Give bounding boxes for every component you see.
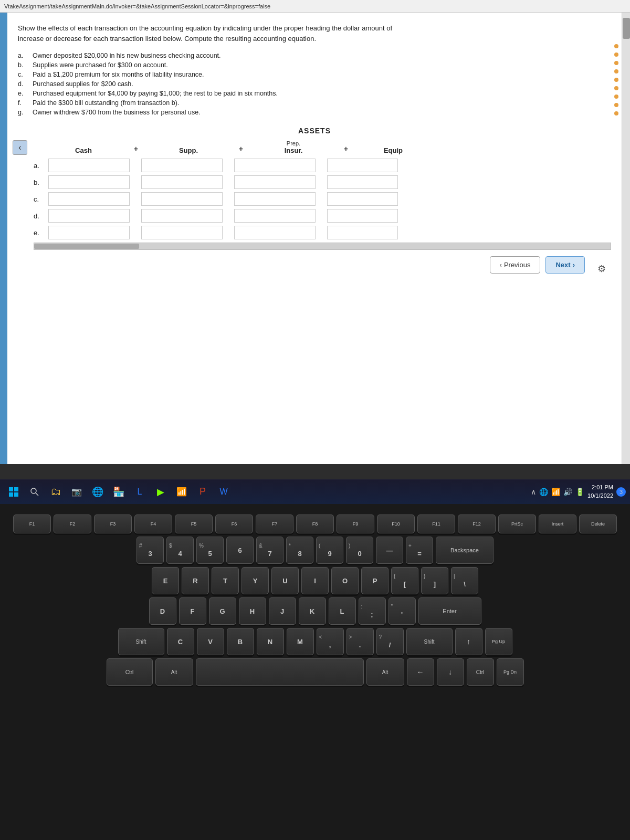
key-backspace[interactable]: Backspace xyxy=(436,537,494,564)
key-f10[interactable]: F10 xyxy=(377,514,415,533)
supp-input-d[interactable] xyxy=(141,209,223,223)
media-button[interactable]: ▶ xyxy=(151,482,170,501)
chevron-up-icon[interactable]: ∧ xyxy=(531,488,536,496)
key-k[interactable]: K xyxy=(299,597,326,625)
key-b[interactable]: B xyxy=(227,628,254,655)
store-button[interactable]: 🏪 xyxy=(109,482,128,501)
key-u[interactable]: U xyxy=(271,567,299,594)
key-pgdn[interactable]: Pg Dn xyxy=(497,658,524,686)
key-o[interactable]: O xyxy=(331,567,359,594)
key-p[interactable]: P xyxy=(361,567,388,594)
insur-input-a[interactable] xyxy=(234,159,316,172)
right-scrollbar[interactable] xyxy=(622,13,630,464)
previous-button[interactable]: ‹ Previous xyxy=(490,256,541,274)
cash-input-b[interactable] xyxy=(48,175,130,189)
key-d[interactable]: D xyxy=(149,597,176,625)
key-shift-left[interactable]: Shift xyxy=(118,628,164,655)
equip-input-c[interactable] xyxy=(327,192,398,206)
key-5[interactable]: %5 xyxy=(196,537,224,564)
key-8[interactable]: *8 xyxy=(286,537,313,564)
supp-input-b[interactable] xyxy=(141,175,223,189)
key-i[interactable]: I xyxy=(301,567,329,594)
key-e[interactable]: E xyxy=(152,567,179,594)
key-semicolon[interactable]: :; xyxy=(359,597,386,625)
h-scrollbar-thumb[interactable] xyxy=(34,244,139,249)
key-arrow-left[interactable]: ← xyxy=(407,658,434,686)
key-g[interactable]: G xyxy=(209,597,236,625)
key-f3[interactable]: F3 xyxy=(94,514,132,533)
network-icon[interactable]: 🌐 xyxy=(539,488,548,496)
key-arrow-up[interactable]: ↑ xyxy=(455,628,482,655)
key-3[interactable]: #3 xyxy=(136,537,164,564)
key-space[interactable] xyxy=(196,658,364,686)
key-n[interactable]: N xyxy=(257,628,284,655)
key-alt-right[interactable]: Alt xyxy=(366,658,404,686)
key-backslash[interactable]: |\ xyxy=(451,567,478,594)
cash-input-c[interactable] xyxy=(48,192,130,206)
key-r[interactable]: R xyxy=(182,567,209,594)
key-y[interactable]: Y xyxy=(242,567,269,594)
key-j[interactable]: J xyxy=(269,597,296,625)
volume-icon[interactable]: 🔊 xyxy=(563,488,572,496)
key-period[interactable]: >. xyxy=(346,628,374,655)
next-button[interactable]: Next › xyxy=(545,256,585,274)
browser-button[interactable]: L xyxy=(130,482,149,501)
key-m[interactable]: M xyxy=(287,628,314,655)
key-f[interactable]: F xyxy=(179,597,206,625)
key-f6[interactable]: F6 xyxy=(215,514,253,533)
camera-button[interactable]: 📷 xyxy=(67,482,86,501)
horizontal-scrollbar[interactable] xyxy=(34,243,611,250)
wifi-button[interactable]: 📶 xyxy=(172,482,191,501)
equip-input-e[interactable] xyxy=(327,226,398,239)
key-0[interactable]: )0 xyxy=(346,537,373,564)
key-t[interactable]: T xyxy=(212,567,239,594)
insur-input-e[interactable] xyxy=(234,226,316,239)
key-arrow-down[interactable]: ↓ xyxy=(437,658,464,686)
key-minus[interactable]: — xyxy=(376,537,403,564)
supp-input-e[interactable] xyxy=(141,226,223,239)
key-l[interactable]: L xyxy=(329,597,356,625)
search-button[interactable] xyxy=(25,482,44,501)
insur-input-d[interactable] xyxy=(234,209,316,223)
key-f5[interactable]: F5 xyxy=(175,514,213,533)
key-f1[interactable]: F1 xyxy=(13,514,51,533)
key-alt-left[interactable]: Alt xyxy=(155,658,193,686)
settings-icon[interactable]: ⚙ xyxy=(597,263,606,275)
notification-icon[interactable]: 3 xyxy=(616,487,626,497)
key-delete[interactable]: Delete xyxy=(579,514,617,533)
key-c[interactable]: C xyxy=(167,628,194,655)
cash-input-e[interactable] xyxy=(48,226,130,239)
key-slash[interactable]: ?/ xyxy=(376,628,404,655)
supp-input-a[interactable] xyxy=(141,159,223,172)
left-arrow-button[interactable]: ‹ xyxy=(13,140,27,155)
equip-input-a[interactable] xyxy=(327,159,398,172)
key-insert[interactable]: Insert xyxy=(539,514,576,533)
key-quote[interactable]: "' xyxy=(388,597,416,625)
key-enter[interactable]: Enter xyxy=(418,597,481,625)
scrollbar-thumb[interactable] xyxy=(623,18,630,39)
key-equals[interactable]: += xyxy=(406,537,433,564)
key-bracket-open[interactable]: {[ xyxy=(391,567,418,594)
word-button[interactable]: W xyxy=(214,482,233,501)
key-7[interactable]: &7 xyxy=(256,537,284,564)
edge-button[interactable]: 🌐 xyxy=(88,482,107,501)
powerpoint-button[interactable]: P xyxy=(193,482,212,501)
key-f2[interactable]: F2 xyxy=(54,514,91,533)
key-shift-right[interactable]: Shift xyxy=(406,628,453,655)
key-ctrl-left[interactable]: Ctrl xyxy=(107,658,153,686)
equip-input-b[interactable] xyxy=(327,175,398,189)
key-bracket-close[interactable]: }] xyxy=(421,567,448,594)
key-h[interactable]: H xyxy=(239,597,266,625)
key-f7[interactable]: F7 xyxy=(256,514,293,533)
key-prtsc[interactable]: PrtSc xyxy=(498,514,536,533)
key-v[interactable]: V xyxy=(197,628,224,655)
key-comma[interactable]: <, xyxy=(317,628,344,655)
equip-input-d[interactable] xyxy=(327,209,398,223)
key-f12[interactable]: F12 xyxy=(458,514,496,533)
key-f8[interactable]: F8 xyxy=(296,514,334,533)
insur-input-b[interactable] xyxy=(234,175,316,189)
key-pgup[interactable]: Pg Up xyxy=(485,628,512,655)
insur-input-c[interactable] xyxy=(234,192,316,206)
key-4[interactable]: $4 xyxy=(166,537,194,564)
key-ctrl-right[interactable]: Ctrl xyxy=(467,658,494,686)
